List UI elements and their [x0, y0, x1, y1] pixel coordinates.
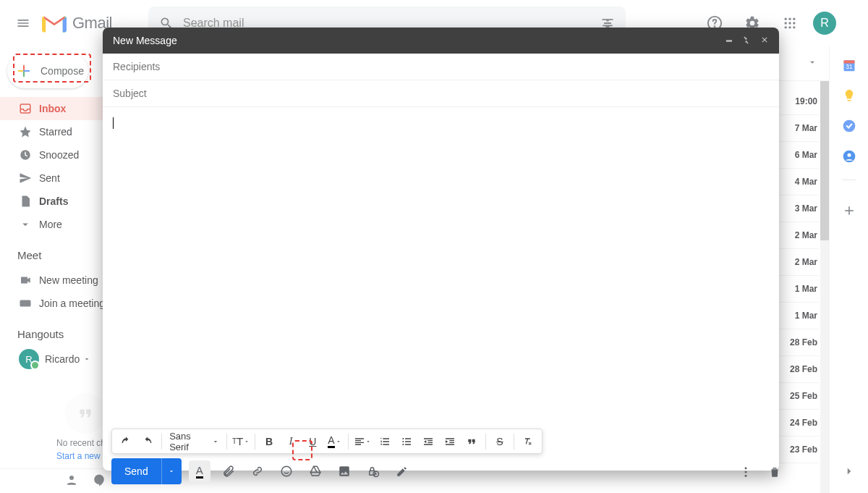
star-icon	[19, 125, 32, 138]
svg-text:31: 31	[846, 63, 853, 70]
send-row: Send A	[111, 458, 413, 484]
keep-icon[interactable]	[842, 88, 856, 103]
link-icon	[251, 465, 264, 478]
svg-point-8	[793, 18, 795, 20]
compose-body[interactable]	[103, 107, 779, 471]
numbered-list-button[interactable]	[375, 431, 393, 452]
text-color-button[interactable]: A	[325, 431, 344, 452]
scrollbar-thumb[interactable]	[820, 81, 829, 240]
quote-icon	[76, 404, 95, 423]
insert-drive-button[interactable]	[305, 460, 326, 482]
svg-point-7	[788, 18, 791, 20]
collapse-icon	[742, 36, 750, 44]
undo-icon	[120, 436, 132, 447]
keyboard-icon	[19, 297, 32, 310]
svg-rect-17	[20, 300, 31, 307]
formatting-toolbar: Sans Serif TT B I U A S	[111, 429, 542, 454]
italic-button[interactable]: I	[281, 431, 300, 452]
svg-point-26	[402, 438, 404, 439]
add-addon-button[interactable]	[835, 196, 864, 225]
apps-grid-icon	[783, 16, 797, 30]
clear-format-icon	[522, 436, 534, 447]
more-vert-icon	[739, 465, 752, 479]
compose-header[interactable]: New Message ━	[103, 28, 779, 54]
discard-draft-button[interactable]	[764, 461, 786, 483]
send-options-button[interactable]	[161, 458, 182, 484]
align-button[interactable]	[353, 431, 372, 452]
account-avatar[interactable]: R	[813, 12, 836, 35]
pen-icon	[396, 465, 409, 478]
svg-point-27	[402, 441, 404, 442]
paperclip-icon	[222, 465, 235, 478]
attach-file-button[interactable]	[218, 460, 239, 482]
svg-point-32	[745, 467, 747, 469]
svg-point-9	[785, 22, 787, 24]
hamburger-icon	[16, 16, 30, 30]
bulleted-list-icon	[401, 436, 412, 447]
indent-more-button[interactable]	[441, 431, 459, 452]
indent-more-icon	[444, 436, 456, 447]
svg-point-11	[793, 22, 795, 24]
collapse-rail-button[interactable]	[835, 457, 864, 486]
svg-rect-1	[604, 22, 611, 24]
lock-clock-icon	[367, 465, 380, 478]
compose-button[interactable]: Compose	[7, 54, 88, 88]
font-size-button[interactable]: TT	[231, 431, 250, 452]
gmail-logo[interactable]: Gmail	[42, 13, 112, 33]
bulleted-list-button[interactable]	[397, 431, 416, 452]
quote-icon	[466, 436, 477, 447]
font-selector[interactable]: Sans Serif	[166, 431, 222, 452]
svg-point-29	[281, 466, 292, 476]
svg-point-13	[788, 26, 791, 28]
inbox-icon	[19, 102, 32, 115]
svg-point-18	[69, 476, 74, 480]
svg-rect-22	[847, 100, 851, 101]
redo-button[interactable]	[138, 431, 157, 452]
dropdown-caret-icon	[82, 355, 91, 363]
redo-icon	[142, 436, 153, 447]
trash-icon	[768, 465, 781, 479]
insert-signature-button[interactable]	[391, 460, 413, 482]
drafts-icon	[19, 195, 32, 208]
fullscreen-button[interactable]	[742, 35, 750, 46]
strikethrough-button[interactable]: S	[490, 431, 509, 452]
formatting-toggle-button[interactable]: A	[189, 460, 210, 482]
bold-button[interactable]: B	[260, 431, 278, 452]
close-button[interactable]	[760, 35, 769, 46]
svg-point-33	[745, 471, 747, 473]
insert-photo-button[interactable]	[333, 460, 355, 482]
hangouts-icon[interactable]	[93, 473, 106, 489]
indent-less-button[interactable]	[419, 431, 438, 452]
compose-label: Compose	[41, 65, 84, 77]
remove-formatting-button[interactable]	[519, 431, 537, 452]
chevron-down-icon	[19, 218, 32, 231]
mail-settings-dropdown[interactable]	[807, 57, 817, 70]
recipients-field[interactable]: Recipients	[103, 54, 779, 80]
tasks-icon[interactable]	[842, 119, 856, 133]
calendar-icon[interactable]: 31	[842, 58, 856, 72]
confidential-mode-button[interactable]	[362, 460, 384, 482]
compose-title: New Message	[113, 35, 177, 46]
emoji-icon	[280, 465, 293, 478]
quote-button[interactable]	[462, 431, 481, 452]
drive-icon	[309, 465, 322, 478]
insert-emoji-button[interactable]	[276, 460, 297, 482]
main-menu-button[interactable]	[7, 7, 39, 39]
undo-button[interactable]	[116, 431, 135, 452]
person-icon[interactable]	[65, 473, 78, 489]
svg-point-10	[788, 22, 791, 24]
minimize-button[interactable]: ━	[726, 35, 732, 46]
send-button[interactable]: Send	[111, 458, 182, 484]
insert-link-button[interactable]	[247, 460, 268, 482]
align-icon	[354, 436, 365, 447]
right-rail: 31	[829, 46, 868, 493]
subject-field[interactable]: Subject	[103, 80, 779, 107]
svg-point-12	[785, 26, 787, 28]
contacts-icon[interactable]	[842, 149, 856, 164]
svg-point-25	[847, 153, 851, 157]
more-options-button[interactable]	[735, 461, 757, 483]
compose-right-actions	[735, 461, 786, 483]
svg-point-34	[745, 475, 747, 477]
underline-button[interactable]: U	[303, 431, 322, 452]
apps-button[interactable]	[775, 9, 804, 38]
